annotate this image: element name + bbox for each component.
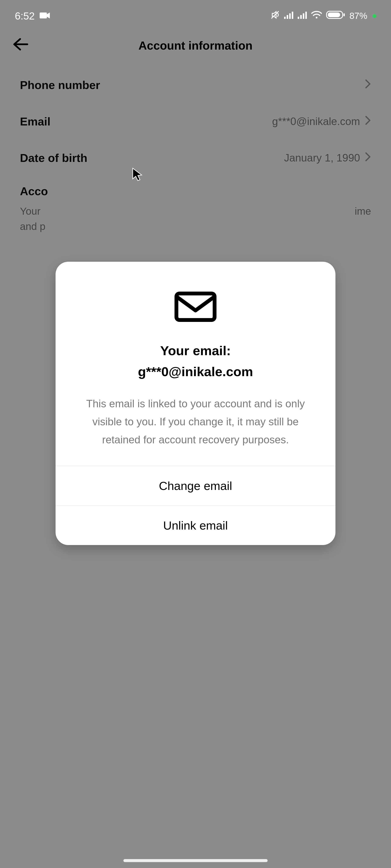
modal-description: This email is linked to your account and…: [79, 395, 312, 449]
svg-rect-8: [303, 13, 304, 19]
svg-point-10: [316, 17, 318, 19]
mute-icon: [270, 10, 280, 22]
svg-rect-6: [298, 17, 299, 19]
envelope-icon: [174, 289, 217, 323]
unlink-email-button[interactable]: Unlink email: [56, 505, 335, 545]
video-recording-icon: [40, 11, 50, 21]
status-bar: 6:52 87%: [0, 0, 391, 32]
modal-title: Your email: g***0@inikale.com: [79, 340, 312, 382]
svg-rect-12: [328, 12, 340, 17]
svg-rect-5: [292, 12, 293, 19]
battery-icon: [326, 10, 345, 22]
email-modal: Your email: g***0@inikale.com This email…: [56, 262, 335, 545]
svg-rect-9: [305, 12, 307, 19]
battery-percent: 87%: [350, 11, 367, 21]
home-indicator[interactable]: [123, 859, 268, 862]
svg-rect-4: [289, 13, 291, 19]
wifi-icon: [311, 11, 322, 21]
svg-rect-14: [176, 293, 215, 320]
change-email-button[interactable]: Change email: [56, 466, 335, 505]
signal-2-icon: [298, 11, 307, 21]
svg-rect-2: [284, 17, 285, 19]
svg-rect-13: [343, 13, 345, 16]
cursor-icon: [131, 167, 143, 183]
activity-indicator-icon: [372, 14, 376, 18]
status-time: 6:52: [15, 10, 35, 22]
svg-rect-0: [40, 12, 47, 19]
signal-1-icon: [284, 11, 294, 21]
svg-rect-3: [287, 15, 288, 19]
svg-rect-7: [300, 15, 302, 19]
